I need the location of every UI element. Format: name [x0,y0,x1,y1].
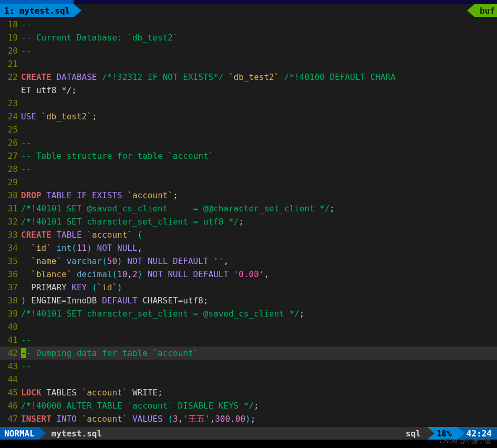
code-line[interactable]: 31/*!40101 SET @saved_cs_client = @@char… [0,202,497,215]
code-line[interactable]: 19-- Current Database: `db_test2` [0,31,497,44]
remote-tab[interactable] [0,0,74,4]
buffer-name: mytest.sql [19,6,70,16]
code-line[interactable]: 20-- [0,44,497,57]
code-content: INSERT INTO `account` VALUES (3,'王五',300… [21,412,497,425]
code-content [21,97,497,110]
code-content [21,123,497,136]
line-number: 26 [0,136,21,149]
code-line[interactable]: 36 `blance` decimal(10,2) NOT NULL DEFAU… [0,268,497,281]
code-content: ) ENGINE=InnoDB DEFAULT CHARSET=utf8; [21,294,497,307]
code-line[interactable]: 32/*!40101 SET character_set_client = ut… [0,215,497,228]
code-content: PRIMARY KEY (`id`) [21,281,497,294]
line-number: 44 [0,373,21,386]
line-number: 41 [0,333,21,347]
bufferline: 1: mytest.sql buf [0,4,497,17]
code-content: `name` varchar(50) NOT NULL DEFAULT '', [21,254,497,268]
code-content: -- Dumping data for table `account` [21,347,497,360]
code-line[interactable]: 35 `name` varchar(50) NOT NULL DEFAULT '… [0,254,497,268]
line-number: 21 [0,57,21,70]
status-bar: NORMAL mytest.sql sql 18% 42:24 [0,427,497,440]
code-content: -- Table structure for table `account` [21,149,497,162]
code-line[interactable]: 24USE `db_test2`; [0,110,497,123]
line-number: 28 [0,162,21,176]
line-number [0,84,21,97]
code-line[interactable]: 28-- [0,162,497,176]
code-line[interactable]: 23 [0,97,497,110]
line-number: 34 [0,241,21,254]
code-line[interactable]: 38) ENGINE=InnoDB DEFAULT CHARSET=utf8; [0,294,497,307]
line-number: 36 [0,268,21,281]
line-number: 33 [0,228,21,241]
code-content [21,320,497,333]
code-line[interactable]: 22CREATE DATABASE /*!32312 IF NOT EXISTS… [0,70,497,84]
mode-segment: NORMAL [0,427,39,440]
code-line[interactable]: 27-- Table structure for table `account` [0,149,497,162]
code-content: DROP TABLE IF EXISTS `account`; [21,189,497,202]
code-content: -- [21,18,497,31]
line-number: 43 [0,360,21,373]
line-number: 31 [0,202,21,215]
code-line[interactable]: 37 PRIMARY KEY (`id`) [0,281,497,294]
code-content [21,176,497,189]
code-content: ET utf8 */; [21,84,497,97]
code-content [21,57,497,70]
line-number: 45 [0,386,21,399]
line-number: 22 [0,70,21,84]
editor-area[interactable]: 18--19-- Current Database: `db_test2`20-… [0,17,497,425]
code-line[interactable]: 25 [0,123,497,136]
code-content: CREATE TABLE `account` ( [21,228,497,241]
code-content: -- Current Database: `db_test2` [21,31,497,44]
line-number: 35 [0,254,21,268]
code-content: /*!40000 ALTER TABLE `account` DISABLE K… [21,399,497,412]
code-line[interactable]: 40 [0,320,497,333]
line-number: 42 [0,347,21,360]
code-content: CREATE DATABASE /*!32312 IF NOT EXISTS*/… [21,70,497,84]
code-content: -- [21,162,497,176]
code-content: `id` int(11) NOT NULL, [21,241,497,254]
code-line[interactable]: 21 [0,57,497,70]
code-content: -- [21,360,497,373]
line-number: 32 [0,215,21,228]
buffer-tab[interactable]: 1: mytest.sql [0,4,74,17]
code-content: `blance` decimal(10,2) NOT NULL DEFAULT … [21,268,497,281]
code-line[interactable]: 34 `id` int(11) NOT NULL, [0,241,497,254]
line-number: 27 [0,149,21,162]
line-number: 25 [0,123,21,136]
code-content: USE `db_test2`; [21,110,497,123]
code-content: -- [21,136,497,149]
command-line-area[interactable] [0,440,497,448]
line-number: 23 [0,97,21,110]
code-content: /*!40101 SET @saved_cs_client = @@charac… [21,202,497,215]
code-line[interactable]: 39/*!40101 SET character_set_client = @s… [0,307,497,320]
code-line[interactable]: 47INSERT INTO `account` VALUES (3,'王五',3… [0,412,497,425]
code-line[interactable]: ET utf8 */; [0,84,497,97]
code-line[interactable]: 26-- [0,136,497,149]
line-number: 29 [0,176,21,189]
line-number: 18 [0,18,21,31]
line-number: 40 [0,320,21,333]
watermark: CSDN @小唐学渣 [439,437,491,446]
line-number: 39 [0,307,21,320]
code-line[interactable]: 42-- Dumping data for table `account` [0,347,497,360]
line-number: 20 [0,44,21,57]
code-line[interactable]: 33CREATE TABLE `account` ( [0,228,497,241]
code-line[interactable]: 43-- [0,360,497,373]
code-content: -- [21,44,497,57]
code-content: /*!40101 SET character_set_client = @sav… [21,307,497,320]
line-number: 24 [0,110,21,123]
code-line[interactable]: 41-- [0,333,497,347]
code-line[interactable]: 46/*!40000 ALTER TABLE `account` DISABLE… [0,399,497,412]
window-chrome [0,0,497,4]
line-number: 38 [0,294,21,307]
buffer-index: 1: [4,6,14,16]
cursor: - [21,348,26,358]
code-line[interactable]: 18-- [0,18,497,31]
code-line[interactable]: 29 [0,176,497,189]
code-content [21,373,497,386]
code-line[interactable]: 30DROP TABLE IF EXISTS `account`; [0,189,497,202]
code-content: LOCK TABLES `account` WRITE; [21,386,497,399]
code-line[interactable]: 44 [0,373,497,386]
code-content: /*!40101 SET character_set_client = utf8… [21,215,497,228]
file-segment: mytest.sql [39,427,399,440]
code-line[interactable]: 45LOCK TABLES `account` WRITE; [0,386,497,399]
